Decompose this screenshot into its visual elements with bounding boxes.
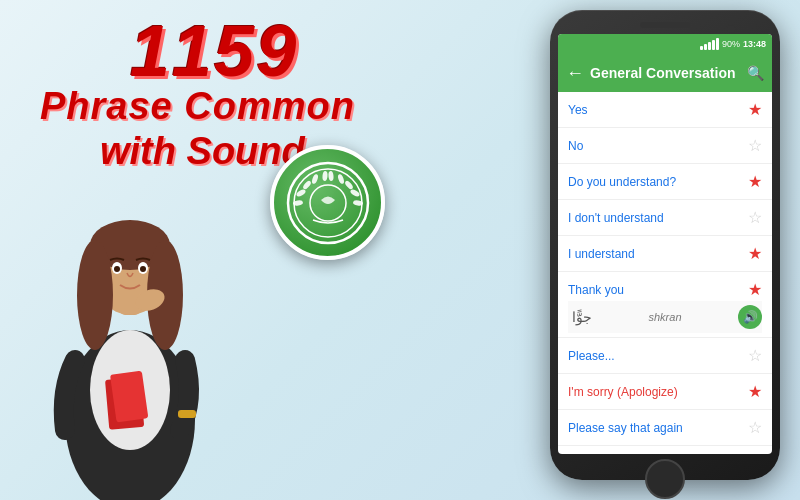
person-figure (20, 100, 240, 500)
left-section: 1159 Phrase Common with Sound (0, 0, 440, 500)
phone-speaker (640, 22, 690, 28)
star-icon[interactable]: ★ (748, 280, 762, 299)
phrase-text: No (568, 139, 748, 153)
phrase-item[interactable]: Please...☆ (558, 338, 772, 374)
phrase-item[interactable]: Thank you★جوًّاshkran🔊 (558, 272, 772, 338)
status-bar: 90% 13:48 (558, 34, 772, 54)
star-icon[interactable]: ☆ (748, 136, 762, 155)
signal-bar-4 (712, 40, 715, 50)
phrase-item[interactable]: No☆ (558, 128, 772, 164)
svg-point-5 (310, 173, 318, 184)
back-button[interactable]: ← (566, 63, 584, 84)
signal-bar-1 (700, 46, 703, 50)
status-time: 13:48 (743, 39, 766, 49)
phrase-text: Please say that again (568, 421, 748, 435)
signal-bar-3 (708, 42, 711, 50)
signal-bar-5 (716, 38, 719, 50)
svg-point-10 (336, 173, 344, 184)
star-icon[interactable]: ★ (748, 244, 762, 263)
phone-home-button[interactable] (645, 459, 685, 499)
phrase-text: I don't understand (568, 211, 748, 225)
svg-rect-26 (110, 371, 148, 423)
app-number: 1159 (130, 10, 298, 92)
battery-icon: 90% (722, 39, 740, 49)
svg-point-18 (77, 240, 113, 350)
phrase-item[interactable]: Can you repeat that?☆ (558, 446, 772, 454)
expanded-content: جوًّاshkran🔊 (568, 301, 762, 333)
star-icon[interactable]: ★ (748, 172, 762, 191)
phrase-list: Yes★No☆Do you understand?★I don't unders… (558, 92, 772, 454)
svg-point-4 (301, 179, 311, 190)
arabic-text: جوًّا (572, 309, 592, 325)
svg-point-22 (114, 266, 120, 272)
phrase-text: Please... (568, 349, 748, 363)
star-icon[interactable]: ☆ (748, 418, 762, 437)
header-title: General Conversation (590, 65, 741, 81)
phrase-item[interactable]: I don't understand☆ (558, 200, 772, 236)
phrase-item[interactable]: Yes★ (558, 92, 772, 128)
signal-bars (700, 38, 719, 50)
phrase-item[interactable]: Please say that again☆ (558, 410, 772, 446)
phrase-item[interactable]: I understand★ (558, 236, 772, 272)
svg-point-9 (343, 179, 353, 190)
transliteration: shkran (648, 311, 681, 323)
phrase-text: Yes (568, 103, 748, 117)
arabic-league-emblem (270, 145, 385, 260)
phone-screen: 90% 13:48 ← General Conversation 🔍 Yes★N… (558, 34, 772, 454)
phrase-text: I'm sorry (Apologize) (568, 385, 748, 399)
phrase-item[interactable]: Do you understand?★ (558, 164, 772, 200)
search-icon[interactable]: 🔍 (747, 65, 764, 81)
svg-point-6 (322, 170, 328, 180)
star-icon[interactable]: ★ (748, 100, 762, 119)
star-icon[interactable]: ☆ (748, 346, 762, 365)
app-header: ← General Conversation 🔍 (558, 54, 772, 92)
phone-outer: 90% 13:48 ← General Conversation 🔍 Yes★N… (550, 10, 780, 480)
svg-rect-27 (178, 410, 196, 418)
star-icon[interactable]: ☆ (748, 208, 762, 227)
phone-camera (727, 25, 735, 33)
phrase-item[interactable]: I'm sorry (Apologize)★ (558, 374, 772, 410)
svg-point-23 (140, 266, 146, 272)
phrase-text: I understand (568, 247, 748, 261)
signal-bar-2 (704, 44, 707, 50)
star-icon[interactable]: ★ (748, 382, 762, 401)
phone-container: 90% 13:48 ← General Conversation 🔍 Yes★N… (550, 10, 780, 480)
phrase-text: Thank you (568, 283, 748, 297)
phrase-text: Do you understand? (568, 175, 748, 189)
sound-button[interactable]: 🔊 (738, 305, 762, 329)
svg-point-11 (328, 170, 334, 180)
